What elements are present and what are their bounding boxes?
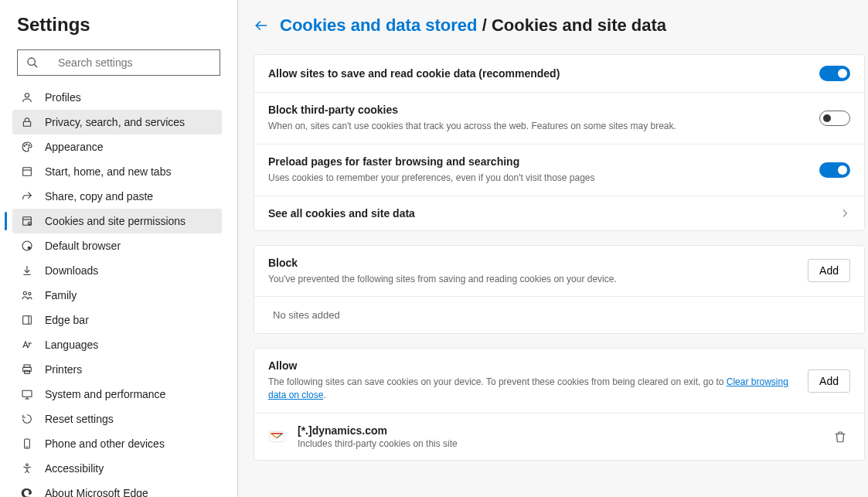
reset-icon — [20, 412, 34, 426]
sidebar-item-edgebar[interactable]: Edge bar — [12, 308, 222, 332]
about-icon — [20, 486, 34, 497]
svg-point-12 — [22, 241, 32, 250]
edgebar-icon — [20, 313, 34, 327]
delete-icon[interactable] — [830, 427, 850, 447]
preload-toggle[interactable] — [819, 162, 850, 178]
system-icon — [20, 387, 34, 401]
share-icon — [20, 189, 34, 203]
sidebar-item-label: Privacy, search, and services — [45, 116, 185, 128]
sidebar-item-family[interactable]: Family — [12, 283, 222, 308]
block-header: Block You've prevented the following sit… — [254, 246, 864, 298]
svg-rect-16 — [23, 316, 32, 325]
sidebar-item-appearance[interactable]: Appearance — [12, 134, 222, 159]
download-icon — [20, 264, 34, 277]
printer-icon — [20, 363, 34, 376]
sidebar-item-label: Printers — [45, 363, 82, 376]
main-content: Cookies and data stored / Cookies and si… — [238, 0, 868, 497]
block-add-button[interactable]: Add — [808, 259, 850, 282]
allow-card: Allow The following sites can save cooki… — [254, 348, 865, 461]
family-icon — [20, 288, 34, 302]
cookies-icon — [20, 214, 34, 228]
svg-point-0 — [28, 58, 35, 65]
sidebar-item-accessibility[interactable]: Accessibility — [12, 456, 222, 481]
preload-row: Preload pages for faster browsing and se… — [254, 145, 864, 196]
allow-cookies-title: Allow sites to save and read cookie data… — [268, 67, 819, 80]
allow-cookies-toggle[interactable] — [819, 66, 850, 81]
site-favicon — [268, 428, 285, 445]
allow-header: Allow The following sites can save cooki… — [254, 349, 864, 414]
nav-list: ProfilesPrivacy, search, and servicesApp… — [0, 85, 237, 497]
search-icon — [26, 56, 39, 70]
phone-icon — [20, 437, 34, 451]
allow-desc: The following sites can save cookies on … — [268, 376, 808, 402]
back-arrow-icon[interactable] — [254, 18, 269, 33]
sidebar-item-profile[interactable]: Profiles — [12, 85, 222, 110]
allow-cookies-row: Allow sites to save and read cookie data… — [254, 55, 864, 93]
sidebar-item-printer[interactable]: Printers — [12, 357, 222, 382]
home-icon — [20, 165, 34, 179]
site-url: [*.]dynamics.com — [298, 424, 830, 437]
block-third-desc: When on, sites can't use cookies that tr… — [268, 120, 819, 133]
sidebar-item-cookies[interactable]: Cookies and site permissions — [12, 209, 222, 233]
block-third-row: Block third-party cookies When on, sites… — [254, 93, 864, 145]
sidebar-item-system[interactable]: System and performance — [12, 382, 222, 407]
sidebar-item-languages[interactable]: Languages — [12, 332, 222, 357]
sidebar-item-label: Downloads — [45, 264, 98, 277]
sidebar-item-label: About Microsoft Edge — [45, 487, 148, 497]
sidebar-item-label: Family — [45, 289, 77, 301]
search-input[interactable] — [58, 56, 212, 69]
sidebar-item-label: Reset settings — [45, 413, 114, 425]
sidebar-item-label: Cookies and site permissions — [45, 215, 186, 227]
svg-point-2 — [25, 94, 29, 97]
sidebar-item-reset[interactable]: Reset settings — [12, 407, 222, 431]
sidebar-item-label: Start, home, and new tabs — [45, 165, 171, 178]
svg-point-26 — [26, 464, 29, 466]
svg-point-14 — [23, 291, 26, 294]
sidebar-item-home[interactable]: Start, home, and new tabs — [12, 159, 222, 184]
svg-rect-7 — [23, 168, 32, 176]
preload-title: Preload pages for faster browsing and se… — [268, 155, 819, 168]
breadcrumb-parent[interactable]: Cookies and data stored — [280, 15, 478, 35]
block-third-title: Block third-party cookies — [268, 104, 819, 116]
chevron-right-icon — [839, 208, 850, 219]
sidebar-item-about[interactable]: About Microsoft Edge — [12, 481, 222, 497]
block-third-toggle[interactable] — [819, 111, 850, 126]
see-all-row[interactable]: See all cookies and site data — [254, 196, 864, 230]
allow-add-button[interactable]: Add — [808, 369, 850, 393]
svg-rect-20 — [25, 370, 30, 373]
languages-icon — [20, 338, 34, 352]
search-box[interactable] — [17, 49, 220, 76]
breadcrumb-current: Cookies and site data — [492, 15, 666, 35]
breadcrumb-sep: / — [482, 15, 492, 35]
sidebar-item-label: Edge bar — [45, 314, 89, 326]
cookie-settings-card: Allow sites to save and read cookie data… — [254, 54, 865, 231]
block-card: Block You've prevented the following sit… — [254, 245, 865, 335]
preload-desc: Uses cookies to remember your preference… — [268, 172, 819, 185]
sidebar-item-label: Share, copy and paste — [45, 190, 153, 203]
allow-site-row: [*.]dynamics.com Includes third-party co… — [254, 414, 864, 460]
sidebar-item-label: Profiles — [45, 91, 81, 104]
sidebar-item-label: Appearance — [45, 141, 104, 153]
sidebar-item-lock[interactable]: Privacy, search, and services — [12, 110, 222, 134]
settings-title: Settings — [17, 14, 237, 36]
sidebar-item-label: Languages — [45, 339, 98, 351]
block-title: Block — [268, 257, 808, 269]
sidebar-item-phone[interactable]: Phone and other devices — [12, 431, 222, 456]
sidebar-item-label: Accessibility — [45, 462, 104, 475]
sidebar-item-share[interactable]: Share, copy and paste — [12, 184, 222, 209]
accessibility-icon — [20, 461, 34, 475]
svg-point-6 — [29, 145, 29, 145]
breadcrumb: Cookies and data stored / Cookies and si… — [254, 15, 865, 36]
svg-point-5 — [26, 144, 27, 145]
sidebar-item-label: Phone and other devices — [45, 437, 165, 450]
allow-title: Allow — [268, 359, 808, 372]
sidebar: Settings ProfilesPrivacy, search, and se… — [0, 0, 238, 497]
sidebar-item-download[interactable]: Downloads — [12, 258, 222, 283]
browser-icon — [20, 239, 34, 253]
sidebar-item-label: System and performance — [45, 388, 165, 400]
block-desc: You've prevented the following sites fro… — [268, 273, 808, 286]
sidebar-item-browser[interactable]: Default browser — [12, 233, 222, 258]
profile-icon — [20, 90, 34, 104]
svg-rect-3 — [23, 121, 30, 126]
see-all-title: See all cookies and site data — [268, 207, 833, 220]
